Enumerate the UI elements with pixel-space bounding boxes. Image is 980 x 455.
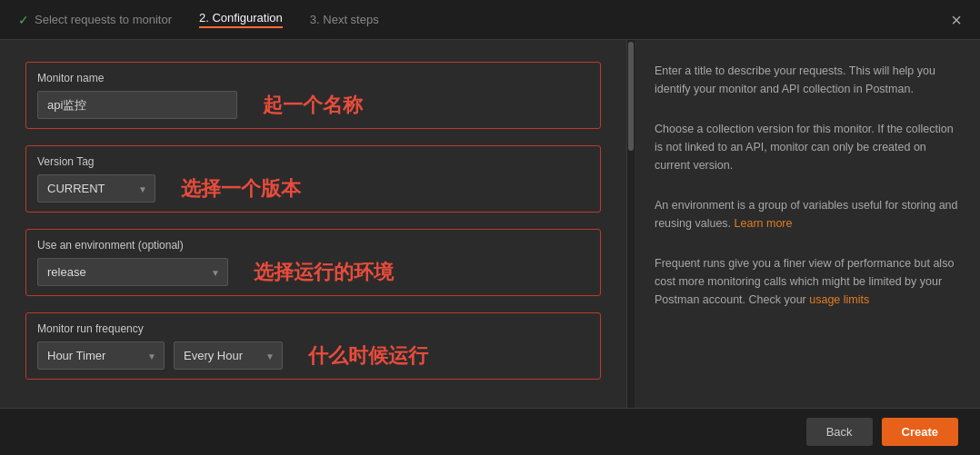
- monitor-name-input[interactable]: [37, 91, 237, 119]
- step1-label: Select requests to monitor: [35, 13, 172, 26]
- environment-select[interactable]: release development staging: [37, 258, 228, 286]
- step-3[interactable]: 3. Next steps: [310, 13, 379, 26]
- right-panel: Enter a title to describe your requests.…: [635, 40, 980, 408]
- frequency-desc-pre: Frequent runs give you a finer view of p…: [655, 257, 954, 306]
- environment-annotation: 选择运行的环境: [254, 259, 394, 286]
- environment-desc-pre: An environment is a group of variables u…: [655, 199, 958, 230]
- version-tag-annotation: 选择一个版本: [181, 175, 301, 203]
- environment-section: Use an environment (optional) release de…: [25, 229, 601, 296]
- scrollbar-thumb[interactable]: [628, 42, 634, 151]
- frequency-label: Monitor run frequency: [37, 322, 589, 335]
- version-tag-section: Version Tag CURRENT ▼ 选择一个版本: [25, 145, 601, 213]
- left-panel: Monitor name 起一个名称 Version Tag CURRENT ▼: [0, 40, 627, 408]
- monitor-name-label: Monitor name: [37, 72, 589, 84]
- version-tag-desc-block: Choose a collection version for this mon…: [655, 120, 960, 174]
- version-tag-desc: Choose a collection version for this mon…: [655, 123, 954, 172]
- version-tag-wrapper: CURRENT ▼: [37, 174, 155, 203]
- frequency-row: Hour Timer Day Timer Week Timer ▼ Every …: [37, 341, 589, 370]
- monitor-name-row: 起一个名称: [37, 91, 589, 119]
- step1-check-icon: ✓: [18, 13, 29, 27]
- modal-container: ✓ Select requests to monitor 2. Configur…: [0, 0, 980, 455]
- modal-header: ✓ Select requests to monitor 2. Configur…: [0, 0, 980, 40]
- create-button[interactable]: Create: [882, 418, 958, 446]
- version-tag-row: CURRENT ▼ 选择一个版本: [37, 174, 589, 203]
- monitor-name-section: Monitor name 起一个名称: [25, 62, 601, 129]
- scrollbar-track[interactable]: [627, 40, 635, 408]
- environment-wrapper: release development staging ▼: [37, 258, 228, 286]
- step3-label: 3. Next steps: [310, 13, 379, 26]
- frequency-timer-wrapper: Hour Timer Day Timer Week Timer ▼: [37, 341, 165, 370]
- frequency-annotation: 什么时候运行: [308, 342, 428, 370]
- frequency-every-select[interactable]: Every Hour Every 6 Hours Every 12 Hours: [174, 341, 283, 370]
- back-button[interactable]: Back: [806, 418, 873, 446]
- modal-footer: Back Create: [0, 408, 980, 455]
- step2-label: 2. Configuration: [199, 11, 283, 25]
- monitor-name-desc-block: Enter a title to describe your requests.…: [655, 62, 960, 98]
- frequency-section: Monitor run frequency Hour Timer Day Tim…: [25, 312, 601, 380]
- version-tag-label: Version Tag: [37, 155, 589, 168]
- environment-learn-more-link[interactable]: Learn more: [735, 217, 793, 230]
- monitor-name-annotation: 起一个名称: [263, 92, 363, 119]
- modal-body: Monitor name 起一个名称 Version Tag CURRENT ▼: [0, 40, 980, 408]
- environment-label: Use an environment (optional): [37, 239, 589, 252]
- frequency-every-wrapper: Every Hour Every 6 Hours Every 12 Hours …: [174, 341, 283, 370]
- frequency-desc-block: Frequent runs give you a finer view of p…: [655, 254, 960, 309]
- step-2[interactable]: 2. Configuration: [199, 11, 283, 28]
- usage-limits-link[interactable]: usage limits: [809, 293, 869, 306]
- environment-desc-block: An environment is a group of variables u…: [655, 196, 960, 232]
- step-1[interactable]: ✓ Select requests to monitor: [18, 13, 172, 27]
- version-tag-select[interactable]: CURRENT: [37, 174, 155, 203]
- close-button[interactable]: ×: [951, 11, 962, 29]
- environment-row: release development staging ▼ 选择运行的环境: [37, 258, 589, 286]
- frequency-timer-select[interactable]: Hour Timer Day Timer Week Timer: [37, 341, 165, 370]
- monitor-name-desc: Enter a title to describe your requests.…: [655, 64, 935, 95]
